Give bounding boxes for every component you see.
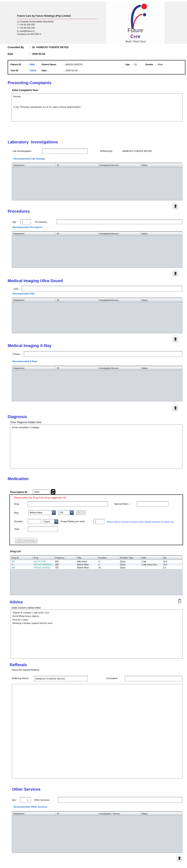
column-header[interactable]: ID xyxy=(56,812,98,816)
way-cell: After Meal xyxy=(76,560,97,563)
per-meal-label: Drugs/Tablets per meal : xyxy=(61,520,86,523)
clear-uss-table-button[interactable] xyxy=(173,336,178,342)
column-header[interactable]: Investigation/Service xyxy=(98,298,140,302)
advice-title: Advice xyxy=(10,600,23,604)
duration-unit-select[interactable]: Day/s ▼ xyxy=(43,519,58,524)
patient-name-value: ANSOU NDOYE xyxy=(66,63,83,66)
total-input[interactable] xyxy=(28,526,58,532)
drug-row[interactable]: 91 METHOCARBAMOL QID Before Meal 2 Day/s… xyxy=(10,563,182,566)
column-header[interactable]: Department xyxy=(12,298,56,302)
column-header[interactable]: Way xyxy=(76,556,97,560)
clear-xray-table-button[interactable] xyxy=(173,404,178,411)
consultation-page: Future Care by Future Holdings (Pty) Lim… xyxy=(0,0,187,868)
medication-title: Medication xyxy=(8,476,29,481)
company-email: E: jude@future.sc xyxy=(17,30,35,32)
column-header[interactable]: Investigation/Service xyxy=(98,366,140,370)
clear-procedures-table-button[interactable] xyxy=(173,270,178,277)
futurecare-logo: Future C♥re Body Mind Soul xyxy=(106,2,164,44)
drug-list-body: 587 CELECOXIB BID After Meal 5 Day/s 1 t… xyxy=(10,560,182,595)
drug-input[interactable] xyxy=(28,501,108,507)
column-header[interactable]: Fequency xyxy=(54,556,76,560)
column-header[interactable]: Department xyxy=(12,231,56,236)
visit-id-label: Visit ID xyxy=(10,69,18,72)
column-header[interactable]: Duration Type xyxy=(119,556,140,560)
consultant-label: Consultant xyxy=(106,677,117,680)
complaints-label: Enter Complaints Here xyxy=(12,89,38,92)
drug-id-cell: 893 xyxy=(10,566,32,569)
other-services-input[interactable] xyxy=(58,797,182,803)
referring-doctor-input[interactable] xyxy=(34,676,88,681)
clear-other-services-button[interactable] xyxy=(177,855,182,861)
column-header[interactable]: Investigation / Service xyxy=(98,812,140,816)
drug-colon: : xyxy=(25,503,26,505)
lab-investigation-label: Lab Investingation : xyxy=(12,150,33,152)
duration-type-cell: Day/s xyxy=(119,566,140,569)
add-drug-label: Add Drug xyxy=(23,539,35,542)
recommended-lab-testings-label: Recommended Lab Testings xyxy=(14,157,45,160)
company-number: Company No.8417652-2 xyxy=(17,33,41,35)
clear-drug-list-button[interactable] xyxy=(177,598,182,604)
advice-textarea[interactable]: Vitamin B complex 1 tab od for 1/12 Avoi… xyxy=(11,610,183,658)
xrays-input[interactable] xyxy=(24,351,182,357)
qty-cell: 10.0 xyxy=(162,560,182,563)
heart-icon: ♥ xyxy=(134,35,136,39)
diagnosis-textarea[interactable]: Acute lumbalgia+ Ciatalgia xyxy=(10,424,182,468)
lab-table: Department ID Investigation/Service Stat… xyxy=(12,163,182,200)
duration-input[interactable] xyxy=(28,519,41,524)
column-header[interactable]: Drug ID xyxy=(10,556,32,560)
way-select[interactable]: Before Meal ▼ xyxy=(28,510,56,515)
column-header[interactable]: Department xyxy=(12,366,56,370)
frequency-cell: QID xyxy=(54,563,76,566)
column-header[interactable]: Status xyxy=(140,812,182,816)
way-colon: : xyxy=(25,512,26,514)
procedures-table-header: Department ID Investigation/Service Stat… xyxy=(12,231,182,236)
visit-id-colon: : xyxy=(28,69,29,72)
patient-info-box: Patient ID : 9666 Patient Name : ANSOU N… xyxy=(8,60,185,74)
complaints-textarea[interactable]: Review X-ray: Presents osteophytes in L4… xyxy=(11,93,183,121)
column-header[interactable]: ID xyxy=(56,298,98,302)
procedures-qty-input[interactable] xyxy=(20,219,31,224)
column-header[interactable]: Duration xyxy=(97,556,119,560)
special-notes-input[interactable] xyxy=(137,501,169,507)
column-header[interactable]: Status xyxy=(140,366,182,370)
header-date-colon: : xyxy=(30,53,31,55)
column-header[interactable]: ID xyxy=(56,231,98,236)
company-title: Future Care by Future Holdings (Pty) Lim… xyxy=(17,14,71,17)
column-header[interactable]: Investigation/Service xyxy=(98,231,140,236)
trash-icon xyxy=(178,856,181,860)
column-header[interactable]: ID xyxy=(56,366,98,370)
column-header[interactable]: Department xyxy=(12,163,56,167)
logo-future-text: Future xyxy=(115,27,155,34)
consultant-input[interactable] xyxy=(125,676,182,681)
procedures-table: Department ID Investigation/Service Stat… xyxy=(12,231,182,268)
prescription-id-input[interactable] xyxy=(33,489,50,494)
per-meal-input[interactable] xyxy=(93,519,104,524)
column-header[interactable]: Status xyxy=(140,298,182,302)
column-header[interactable]: Note xyxy=(140,556,162,560)
clear-lab-table-button[interactable] xyxy=(173,203,178,209)
chevron-down-icon: ▼ xyxy=(54,519,58,524)
logo-care-text: C♥re xyxy=(115,34,155,39)
column-header[interactable]: Status xyxy=(140,231,182,236)
age-label: Age xyxy=(125,63,130,66)
way-select-value: Before Meal xyxy=(30,512,42,514)
drug-row[interactable]: 587 CELECOXIB BID After Meal 5 Day/s 1 t… xyxy=(10,560,182,563)
diagnosis-title: Diagnosis xyxy=(8,414,27,419)
frequency-select[interactable]: OD ▼ xyxy=(58,510,74,515)
column-header[interactable]: Drug xyxy=(32,556,54,560)
column-header[interactable]: Qty xyxy=(162,556,182,560)
other-qty-input[interactable] xyxy=(20,797,31,803)
referral-listbox[interactable] xyxy=(12,684,183,778)
logo-care-re: re xyxy=(136,34,140,39)
column-header[interactable]: Investigation/Service xyxy=(98,163,140,167)
uss-input[interactable] xyxy=(22,286,182,291)
patient-id-colon: : xyxy=(28,63,29,66)
drug-row[interactable]: 893 VIRGIN LINSEED TID Before Meal 10 Da… xyxy=(10,566,182,569)
procedures-qty-label: Qty : xyxy=(12,221,17,223)
column-header[interactable]: ID xyxy=(56,163,98,167)
add-drug-button[interactable]: + Add Drug xyxy=(15,537,38,544)
lab-investigation-input[interactable] xyxy=(42,149,88,154)
column-header[interactable]: Department xyxy=(12,812,56,816)
procedures-input[interactable] xyxy=(57,219,182,224)
column-header[interactable]: Status xyxy=(140,163,182,167)
